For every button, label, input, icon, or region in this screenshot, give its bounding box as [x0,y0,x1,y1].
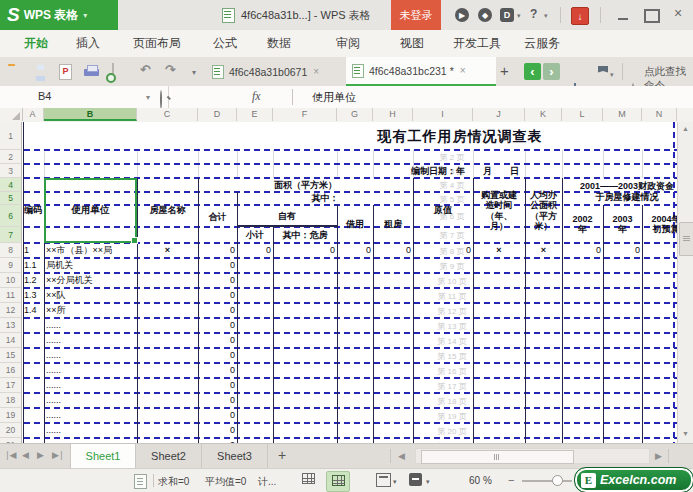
cell-A10[interactable]: 1.2 [23,273,43,288]
row-header-2[interactable]: 2 [0,150,22,164]
cell-A8[interactable]: 1 [23,243,43,258]
normal-view-icon[interactable] [302,473,315,484]
row-header-8[interactable]: 8 [0,243,22,258]
column-header-K[interactable]: K [525,108,562,121]
cell-D18[interactable]: 0 [199,393,236,408]
minimize-button[interactable] [614,8,632,22]
row-header-17[interactable]: 17 [0,378,22,393]
first-sheet-icon[interactable]: ∣◀ [5,450,16,460]
cell-B17[interactable]: ...... [45,378,136,393]
skin-icon[interactable]: ▶ [455,8,469,22]
cell-D19[interactable]: 0 [199,408,236,423]
close-button[interactable]: × [674,5,682,21]
scroll-down-icon[interactable]: ▼ [678,430,693,437]
vertical-scrollbar-thumb[interactable] [679,222,693,256]
cell-F8[interactable]: 0 [274,243,336,258]
vertical-scrollbar[interactable]: ▲ ▼ [677,122,693,443]
insert-function-icon[interactable]: fx [252,89,261,104]
menu-tab-插入[interactable]: 插入 [76,30,100,57]
row-header-5[interactable]: 5 [0,192,22,205]
cell-D21[interactable]: 0 [199,438,236,443]
cell-D16[interactable]: 0 [199,363,236,378]
cell-B16[interactable]: ...... [45,363,136,378]
row-header-6[interactable]: 6 [0,205,22,227]
header-cell-code[interactable]: 编码 [22,178,44,243]
zoom-out-button[interactable]: − [508,474,514,486]
add-sheet-button[interactable]: + [278,447,286,463]
scroll-up-icon[interactable]: ▲ [678,125,693,132]
tab-scroll-left-button[interactable]: ‹ [524,63,541,80]
theme-icon[interactable]: ◆ [478,8,492,22]
cell-G8[interactable]: 0 [338,243,372,258]
row-header-21[interactable]: 21 [0,438,22,443]
cell-K8[interactable]: × [526,243,561,258]
interface-switch-icon[interactable]: D [500,8,514,22]
header-cell-borrowed[interactable]: 借用 [337,205,373,243]
document-tab[interactable]: 4f6c48a31bc231*× [346,57,496,86]
row-header-1[interactable]: 1 [0,122,22,150]
cell-C8[interactable]: × [138,243,197,258]
header-cell-among[interactable]: 其中： [237,192,413,205]
cell-E8[interactable]: 0 [238,243,272,258]
row-header-11[interactable]: 11 [0,288,22,303]
cell-B20[interactable]: ...... [45,423,136,438]
column-header-N[interactable]: N [642,108,677,121]
page-layout-view-icon[interactable] [376,473,391,487]
previous-sheet-icon[interactable]: ◀ [22,450,29,460]
header-cell-rented[interactable]: 租房 [373,205,413,243]
upgrade-download-icon[interactable]: ↓ [571,7,589,25]
cell-D20[interactable]: 0 [199,423,236,438]
row-header-10[interactable]: 10 [0,273,22,288]
cell-B14[interactable]: ...... [45,333,136,348]
cell-B21[interactable]: ...... [45,438,136,443]
cell-D14[interactable]: 0 [199,333,236,348]
reading-mode-icon[interactable] [409,473,422,486]
cell-B12[interactable]: ××所 [45,303,136,318]
cell-B15[interactable]: ...... [45,348,136,363]
row-header-14[interactable]: 14 [0,333,22,348]
formula-content[interactable]: 使用单位 [312,90,356,105]
row-header-18[interactable]: 18 [0,393,22,408]
hscroll-right-icon[interactable]: ▶ [655,451,662,461]
menu-tab-数据[interactable]: 数据 [267,30,291,57]
menu-tab-开发工具[interactable]: 开发工具 [453,30,501,57]
column-header-I[interactable]: I [413,108,473,121]
row-header-7[interactable]: 7 [0,227,22,243]
cell-B11[interactable]: ××队 [45,288,136,303]
new-document-tab-button[interactable]: + [500,62,509,79]
column-header-G[interactable]: G [337,108,373,121]
cell-D10[interactable]: 0 [199,273,236,288]
page-break-view-icon[interactable] [326,471,350,492]
workspace-icon[interactable] [598,66,608,77]
header-cell-2002[interactable]: 2002 年 [562,205,603,243]
cell-A11[interactable]: 1.3 [23,288,43,303]
header-cell-original-value[interactable]: 原值 [413,178,473,243]
cell-B10[interactable]: ××分局机关 [45,273,136,288]
select-all-corner[interactable] [0,108,23,121]
column-header-C[interactable]: C [137,108,198,121]
chevron-down-icon[interactable]: ▾ [426,478,430,486]
hscroll-left-icon[interactable]: ◀ [398,451,405,461]
menu-tab-视图[interactable]: 视图 [400,30,424,57]
chevron-down-icon[interactable]: ▾ [192,68,196,77]
column-header-J[interactable]: J [473,108,525,121]
horizontal-scrollbar[interactable] [415,448,650,464]
menu-tab-页面布局[interactable]: 页面布局 [133,30,181,57]
row-header-20[interactable]: 20 [0,423,22,438]
cell-D17[interactable]: 0 [199,378,236,393]
header-cell-area[interactable]: 面积（平方米） [198,178,413,192]
row-header-12[interactable]: 12 [0,303,22,318]
close-tab-icon[interactable]: × [460,65,466,76]
close-tab-icon[interactable]: × [313,66,319,77]
last-sheet-icon[interactable]: ▶∣ [52,450,63,460]
cell-A9[interactable]: 1.1 [23,258,43,273]
menu-tab-云服务[interactable]: 云服务 [524,30,560,57]
sheet-tab-Sheet3[interactable]: Sheet3 [202,444,268,468]
chevron-down-icon[interactable]: ▾ [517,12,521,20]
row-header-16[interactable]: 16 [0,363,22,378]
cell-D9[interactable]: 0 [199,258,236,273]
cell-A12[interactable]: 1.4 [23,303,43,318]
undo-icon[interactable]: ↶ [140,62,151,77]
row-header-19[interactable]: 19 [0,408,22,423]
row-header-4[interactable]: 4 [0,178,22,192]
